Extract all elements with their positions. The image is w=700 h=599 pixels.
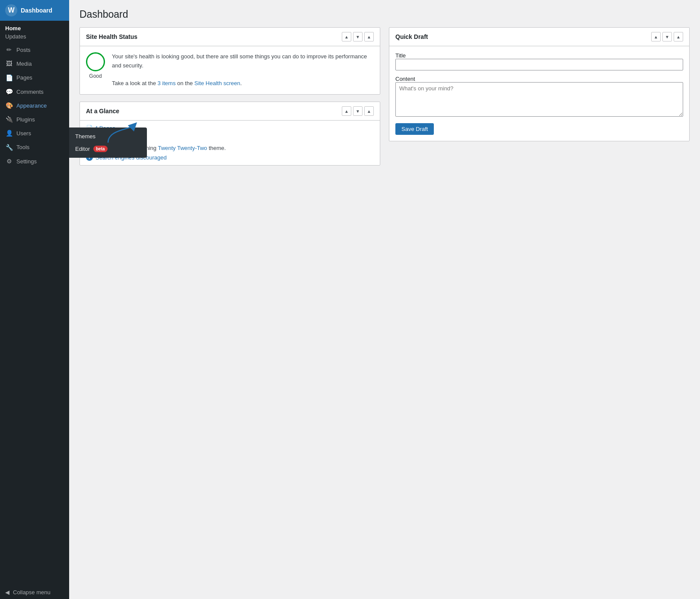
submenu-item-themes[interactable]: Themes	[69, 130, 147, 143]
sidebar-item-pages-label: Pages	[16, 74, 32, 82]
glance-hide[interactable]: ▲	[364, 106, 374, 116]
sidebar-item-settings-label: Settings	[16, 158, 37, 166]
appearance-icon: 🎨	[5, 102, 13, 110]
health-status-row: Good Your site's health is looking good,…	[86, 52, 374, 88]
sidebar-item-media[interactable]: 🖼 Media	[0, 57, 69, 71]
submenu-item-editor[interactable]: Editor beta	[69, 143, 147, 155]
glance-theme-link[interactable]: Twenty Twenty-Two	[158, 145, 207, 151]
sidebar-item-appearance-label: Appearance	[16, 102, 47, 110]
site-health-widget: Site Health Status ▲ ▼ ▲ Good Y	[80, 27, 380, 95]
site-health-body: Good Your site's health is looking good,…	[80, 46, 380, 94]
dashboard-grid: Site Health Status ▲ ▼ ▲ Good Y	[80, 27, 690, 166]
sidebar-item-plugins[interactable]: 🔌 Plugins	[0, 113, 69, 127]
sidebar-item-tools-label: Tools	[16, 143, 29, 151]
site-health-hide[interactable]: ▲	[364, 32, 374, 41]
editor-label: Editor	[75, 146, 90, 152]
quick-draft-title: Quick Draft	[395, 33, 428, 40]
settings-icon: ⚙	[5, 158, 13, 166]
quick-draft-controls: ▲ ▼ ▲	[651, 32, 683, 41]
health-circle	[86, 52, 105, 71]
glance-title: At a Glance	[86, 108, 119, 115]
health-link-middle: on the	[175, 80, 194, 86]
sidebar-item-plugins-label: Plugins	[16, 116, 35, 124]
sidebar-item-users-label: Users	[16, 130, 31, 137]
sidebar-item-posts[interactable]: ✏ Posts	[0, 43, 69, 57]
health-desc-text: Your site's health is looking good, but …	[112, 53, 367, 69]
quick-draft-collapse-up[interactable]: ▲	[651, 32, 661, 41]
draft-title-input[interactable]	[395, 59, 683, 70]
appearance-submenu: Themes Editor beta	[69, 127, 147, 158]
sidebar-item-settings[interactable]: ⚙ Settings	[0, 155, 69, 169]
health-description: Your site's health is looking good, but …	[112, 52, 374, 88]
collapse-menu-button[interactable]: ◀ Collapse menu	[0, 586, 69, 599]
comments-icon: 💬	[5, 88, 13, 96]
sidebar-item-home[interactable]: Home	[5, 25, 64, 32]
wp-logo: W	[5, 4, 17, 16]
draft-content-textarea[interactable]	[395, 82, 683, 117]
glance-collapse-up[interactable]: ▲	[342, 106, 351, 116]
site-health-header: Site Health Status ▲ ▼ ▲	[80, 28, 380, 46]
content-label: Content	[395, 76, 415, 82]
sidebar-home-section: Home	[0, 22, 69, 32]
health-icon-area: Good	[86, 52, 105, 79]
health-link-end: .	[240, 80, 242, 86]
beta-badge: beta	[93, 146, 108, 152]
quick-draft-widget: Quick Draft ▲ ▼ ▲ Title Content Save Dra…	[389, 27, 690, 141]
sidebar-item-users[interactable]: 👤 Users	[0, 127, 69, 140]
tools-icon: 🔧	[5, 143, 13, 151]
quick-draft-collapse-down[interactable]: ▼	[662, 32, 672, 41]
sidebar-item-appearance[interactable]: 🎨 Appearance	[0, 99, 69, 113]
sidebar-title: Dashboard	[21, 7, 52, 14]
sidebar-nav: Home Updates ✏ Posts 🖼 Media 📄 Pages 💬 C…	[0, 21, 69, 170]
posts-icon: ✏	[5, 46, 13, 54]
main-content: Dashboard Site Health Status ▲ ▼ ▲	[69, 0, 700, 599]
pages-icon: 📄	[5, 74, 13, 82]
site-health-collapse-up[interactable]: ▲	[342, 32, 351, 41]
quick-draft-body: Title Content Save Draft	[389, 46, 689, 141]
glance-controls: ▲ ▼ ▲	[342, 106, 374, 116]
health-link-before: Take a look at the	[112, 80, 158, 86]
health-status-label: Good	[89, 73, 102, 79]
sidebar: W Dashboard Home Updates ✏ Posts 🖼 Media…	[0, 0, 69, 599]
sidebar-item-comments[interactable]: 💬 Comments	[0, 85, 69, 99]
sidebar-item-updates[interactable]: Updates	[0, 32, 69, 43]
themes-label: Themes	[75, 133, 95, 140]
site-health-title: Site Health Status	[86, 33, 137, 40]
health-screen-link[interactable]: Site Health screen	[194, 80, 240, 86]
health-items-link[interactable]: 3 items	[158, 80, 176, 86]
glance-header: At a Glance ▲ ▼ ▲	[80, 102, 380, 121]
sidebar-item-tools[interactable]: 🔧 Tools	[0, 140, 69, 154]
title-label: Title	[395, 52, 406, 59]
media-icon: 🖼	[5, 60, 13, 68]
right-column: Quick Draft ▲ ▼ ▲ Title Content Save Dra…	[389, 27, 690, 141]
users-icon: 👤	[5, 130, 13, 137]
sidebar-header[interactable]: W Dashboard	[0, 0, 69, 21]
quick-draft-header: Quick Draft ▲ ▼ ▲	[389, 28, 689, 46]
sidebar-item-posts-label: Posts	[16, 46, 31, 54]
glance-collapse-down[interactable]: ▼	[353, 106, 363, 116]
collapse-arrow-icon: ◀	[5, 589, 10, 596]
collapse-menu-label: Collapse menu	[13, 589, 51, 596]
save-draft-button[interactable]: Save Draft	[395, 123, 434, 135]
glance-theme-suffix: theme.	[207, 145, 226, 151]
page-title: Dashboard	[80, 9, 690, 20]
sidebar-item-pages[interactable]: 📄 Pages	[0, 71, 69, 85]
plugins-icon: 🔌	[5, 116, 13, 124]
sidebar-item-media-label: Media	[16, 60, 32, 68]
site-health-collapse-down[interactable]: ▼	[353, 32, 363, 41]
site-health-controls: ▲ ▼ ▲	[342, 32, 374, 41]
quick-draft-hide[interactable]: ▲	[674, 32, 683, 41]
sidebar-item-comments-label: Comments	[16, 88, 44, 96]
